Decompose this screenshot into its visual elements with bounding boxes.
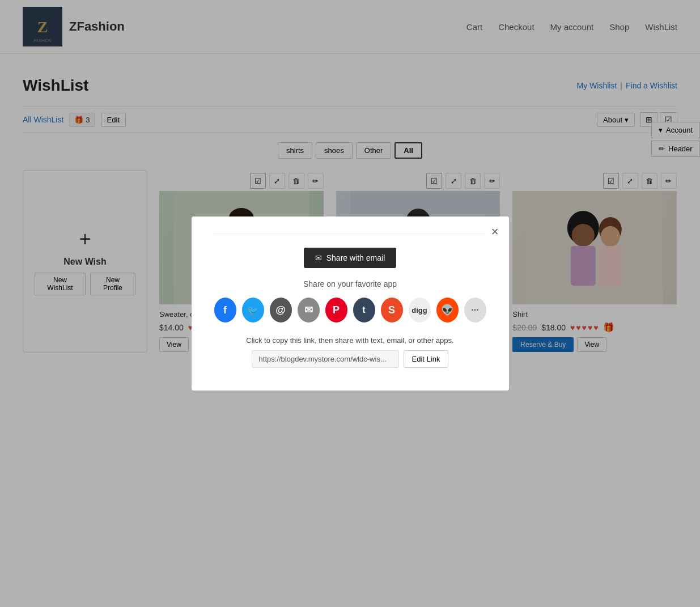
pinterest-icon[interactable]: P — [325, 298, 347, 322]
more-icon[interactable]: ··· — [464, 298, 486, 322]
share-link-row: Edit Link — [214, 350, 486, 368]
mail-icon[interactable]: ✉ — [298, 298, 320, 322]
facebook-icon[interactable]: f — [214, 298, 236, 322]
digg-icon[interactable]: digg — [409, 298, 431, 322]
social-icons-row: f 🐦 @ ✉ P t S digg 👽 ··· — [214, 298, 486, 322]
share-app-title: Share on your favorite app — [214, 279, 486, 288]
modal-divider — [214, 234, 486, 234]
modal-close-button[interactable]: × — [491, 224, 499, 239]
modal-overlay[interactable]: × ✉ Share with email Share on your favor… — [0, 0, 700, 375]
stumbleupon-icon[interactable]: S — [381, 298, 403, 322]
share-email-label: Share with email — [326, 253, 385, 262]
envelope-icon: ✉ — [315, 253, 322, 262]
share-modal: × ✉ Share with email Share on your favor… — [192, 217, 509, 375]
share-link-section: Click to copy this link, then share with… — [214, 336, 486, 368]
twitter-icon[interactable]: 🐦 — [242, 298, 264, 322]
share-link-input[interactable] — [252, 350, 399, 368]
share-email-button[interactable]: ✉ Share with email — [304, 248, 397, 268]
edit-link-button[interactable]: Edit Link — [404, 350, 449, 368]
tumblr-icon[interactable]: t — [353, 298, 375, 322]
reddit-icon[interactable]: 👽 — [436, 298, 459, 322]
email-at-icon[interactable]: @ — [270, 298, 292, 322]
share-link-label: Click to copy this link, then share with… — [214, 336, 486, 345]
